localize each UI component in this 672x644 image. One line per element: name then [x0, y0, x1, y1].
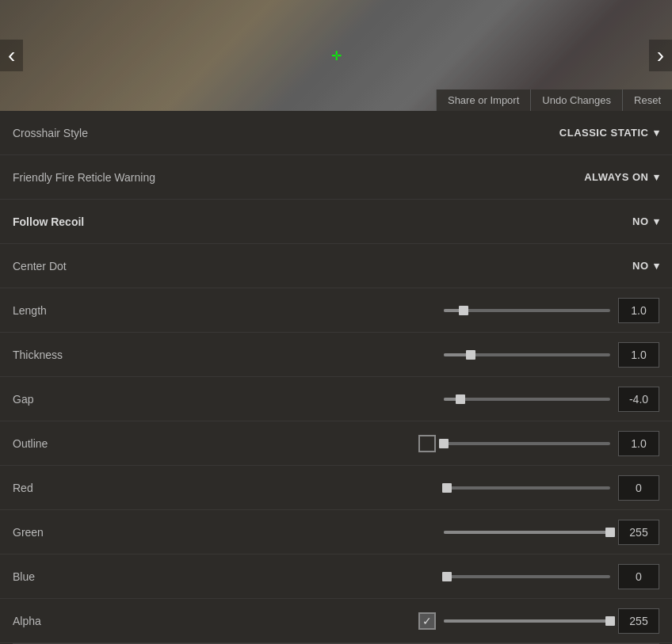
center-dot-row: Center Dot NO ▾: [0, 244, 672, 288]
outline-slider-track: [444, 442, 610, 445]
red-value[interactable]: 0: [618, 475, 659, 501]
friendly-fire-label: Friendly Fire Reticle Warning: [13, 171, 155, 184]
blue-label: Blue: [13, 570, 155, 583]
center-dot-label: Center Dot: [13, 260, 155, 272]
thickness-slider-thumb[interactable]: [466, 350, 475, 360]
green-slider-track: [444, 531, 610, 534]
red-slider-track-wrap[interactable]: [444, 480, 610, 496]
settings-container: Crosshair Style CLASSIC STATIC ▾ Friendl…: [0, 111, 672, 644]
follow-recoil-row: Follow Recoil NO ▾: [0, 200, 672, 244]
undo-changes-button[interactable]: Undo Changes: [530, 90, 622, 111]
green-slider-fill: [444, 531, 610, 534]
center-dot-arrow: ▾: [654, 260, 660, 272]
outline-checkbox[interactable]: [418, 435, 436, 452]
follow-recoil-value: NO: [632, 215, 649, 227]
crosshair-style-value-area: CLASSIC STATIC ▾: [559, 127, 659, 139]
friendly-fire-row: Friendly Fire Reticle Warning ALWAYS ON …: [0, 155, 672, 200]
reset-button[interactable]: Reset: [622, 90, 672, 111]
outline-row: Outline 1.0: [0, 421, 672, 466]
friendly-fire-dropdown[interactable]: ALWAYS ON ▾: [584, 171, 659, 183]
green-value[interactable]: 255: [618, 520, 659, 545]
alpha-slider-area: ✓ 255: [418, 608, 659, 634]
center-dot-dropdown[interactable]: NO ▾: [632, 260, 659, 272]
outline-slider-thumb[interactable]: [439, 439, 449, 448]
outline-label: Outline: [13, 437, 155, 450]
outline-value[interactable]: 1.0: [618, 431, 659, 456]
length-slider-track-wrap[interactable]: [444, 303, 610, 318]
preview-area: ‹ › ✛ Share or Import Undo Changes Reset: [0, 0, 672, 111]
thickness-slider-track-wrap[interactable]: [444, 347, 610, 363]
green-slider-thumb[interactable]: [605, 528, 615, 537]
length-value[interactable]: 1.0: [618, 298, 659, 323]
gap-slider-track-wrap[interactable]: [444, 391, 610, 407]
blue-value[interactable]: 0: [618, 564, 659, 589]
length-label: Length: [13, 304, 155, 317]
outline-slider-track-wrap[interactable]: [444, 436, 610, 452]
alpha-label: Alpha: [13, 615, 155, 627]
gap-label: Gap: [13, 393, 155, 406]
thickness-slider-area: 1.0: [444, 342, 659, 368]
follow-recoil-arrow: ▾: [654, 215, 660, 227]
red-slider-track: [444, 486, 610, 490]
share-import-button[interactable]: Share or Import: [436, 90, 530, 111]
outline-slider-area: 1.0: [418, 431, 659, 456]
red-slider-area: 0: [444, 475, 659, 501]
gap-value[interactable]: -4.0: [618, 387, 659, 412]
preview-buttons: Share or Import Undo Changes Reset: [436, 90, 672, 111]
alpha-checkbox[interactable]: ✓: [418, 612, 436, 630]
green-row: Green 255: [0, 510, 672, 554]
red-label: Red: [13, 482, 155, 494]
green-slider-area: 255: [444, 520, 659, 545]
length-slider-area: 1.0: [444, 298, 659, 323]
prev-arrow[interactable]: ‹: [0, 40, 23, 71]
alpha-slider-track: [444, 619, 610, 623]
thickness-row: Thickness 1.0: [0, 333, 672, 377]
next-arrow[interactable]: ›: [649, 40, 672, 71]
alpha-checkmark: ✓: [422, 615, 432, 627]
green-slider-track-wrap[interactable]: [444, 524, 610, 540]
alpha-slider-thumb[interactable]: [605, 616, 615, 626]
gap-slider-thumb[interactable]: [456, 394, 465, 404]
gap-slider-area: -4.0: [444, 387, 659, 412]
crosshair-style-label: Crosshair Style: [13, 127, 155, 139]
friendly-fire-value: ALWAYS ON: [584, 171, 648, 183]
center-dot-value-area: NO ▾: [632, 260, 659, 272]
thickness-value[interactable]: 1.0: [618, 342, 659, 368]
alpha-slider-fill: [444, 619, 610, 623]
gap-slider-track: [444, 398, 610, 401]
friendly-fire-arrow: ▾: [654, 171, 660, 183]
alpha-row: Alpha ✓ 255: [0, 599, 672, 643]
alpha-value[interactable]: 255: [618, 608, 659, 634]
length-slider-track: [444, 309, 610, 312]
thickness-slider-track: [444, 353, 610, 356]
blue-slider-thumb[interactable]: [442, 572, 452, 581]
green-label: Green: [13, 526, 155, 539]
red-row: Red 0: [0, 466, 672, 510]
crosshair-style-arrow: ▾: [654, 127, 660, 139]
follow-recoil-dropdown[interactable]: NO ▾: [632, 215, 659, 227]
follow-recoil-label: Follow Recoil: [13, 215, 155, 228]
crosshair-style-row: Crosshair Style CLASSIC STATIC ▾: [0, 111, 672, 155]
crosshair-style-dropdown[interactable]: CLASSIC STATIC ▾: [559, 127, 659, 139]
blue-slider-track: [444, 575, 610, 578]
blue-slider-track-wrap[interactable]: [444, 569, 610, 585]
alpha-slider-track-wrap[interactable]: [444, 613, 610, 629]
red-slider-thumb[interactable]: [442, 483, 452, 493]
thickness-label: Thickness: [13, 349, 155, 361]
blue-row: Blue 0: [0, 554, 672, 599]
length-row: Length 1.0: [0, 288, 672, 333]
crosshair-style-value: CLASSIC STATIC: [559, 127, 649, 139]
length-slider-thumb[interactable]: [459, 306, 468, 315]
friendly-fire-value-area: ALWAYS ON ▾: [584, 171, 659, 183]
gap-row: Gap -4.0: [0, 377, 672, 421]
center-dot-value: NO: [632, 260, 649, 272]
follow-recoil-value-area: NO ▾: [632, 215, 659, 227]
blue-slider-area: 0: [444, 564, 659, 589]
crosshair-preview: ✛: [331, 48, 342, 63]
